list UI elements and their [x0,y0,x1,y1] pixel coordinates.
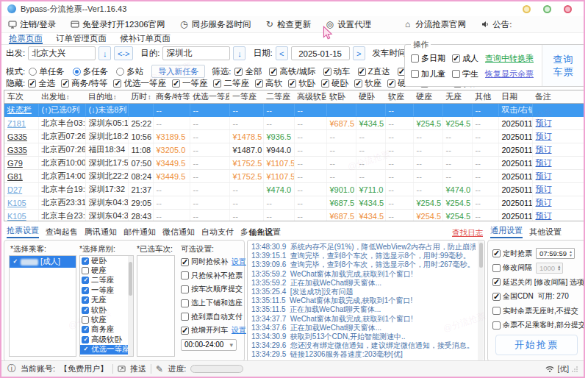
checkbox[interactable] [213,79,221,88]
checkbox[interactable] [82,307,89,314]
book-link[interactable]: 预订 [536,145,552,154]
book-link[interactable]: 预订 [536,185,552,193]
close-button[interactable] [564,5,572,13]
column-header[interactable]: 日期 [498,90,532,104]
menu-official-site[interactable]: ⌂分流抢票官网 [403,19,466,30]
seat-item[interactable]: 高级软卧 [80,335,133,344]
checkbox[interactable] [113,79,121,88]
ops-option[interactable]: 多日期 [411,53,445,64]
from-dropdown-button[interactable]: ↓ [98,46,111,60]
general-setting[interactable]: 定时抢票07:59:59▲▼ [488,246,585,261]
settings-tab-0[interactable]: 抢票设置 [7,225,39,238]
page-tab-0[interactable]: 抢票页面 [9,33,43,44]
column-header[interactable]: 目的地↕ [85,90,128,104]
checkbox[interactable] [234,68,243,76]
checkbox[interactable] [387,79,395,88]
optional-setting[interactable]: 抢到票自动支付 [181,310,243,324]
column-header[interactable]: 备注 [532,90,584,104]
date-input[interactable]: 2025-01-15 [291,46,350,60]
checkbox[interactable] [61,79,69,88]
checkbox[interactable] [321,79,329,88]
optional-setting[interactable]: 选上下铺和选座 [181,296,243,310]
radio-button[interactable] [73,68,81,76]
page-tab-1[interactable]: 订单管理页面 [56,33,107,44]
settings-tab-2[interactable]: 腾讯通知 [85,227,117,238]
checkbox[interactable] [492,264,501,272]
checkbox[interactable] [181,271,189,279]
swap-stations-button[interactable]: <-> [114,46,133,60]
book-link[interactable]: 预订 [536,158,552,167]
checkbox[interactable] [255,79,263,88]
book-link[interactable]: 预订 [536,211,552,220]
checkbox[interactable] [82,316,89,324]
book-link[interactable]: 预订 [536,132,552,140]
checkbox[interactable] [11,258,18,266]
hide-seat-filter[interactable]: 商务/特等 [61,78,107,89]
train-number-link[interactable]: K105 [7,199,26,207]
settings-tab-4[interactable]: 微信通知 [162,227,195,238]
hide-seat-filter[interactable]: 软卧 [288,78,315,89]
spinner-icon[interactable]: ▲▼ [557,265,561,271]
train-number-link[interactable]: D27 [7,185,22,194]
column-header[interactable]: 出发地↕ [38,90,85,104]
mode-option[interactable]: 单任务 [29,66,65,77]
find-log-link[interactable]: 查找日志 [452,228,483,238]
train-number-link[interactable]: K105 [7,212,26,221]
minimize-button[interactable] [523,5,531,13]
timer-input[interactable]: 07:59:59▲▼ [536,248,575,259]
train-number-link[interactable]: G79 [7,159,23,168]
seat-item[interactable]: 硬座 [80,266,133,275]
train-number-link[interactable]: G335 [7,132,27,141]
optional-setting[interactable]: 只抢候补不抢票 [181,269,243,283]
checkbox[interactable] [181,313,189,321]
menu-open-12306[interactable]: 免登录打开12306官网 [70,19,165,30]
resize-grip[interactable] [572,366,578,372]
menu-sync-time[interactable]: ◷同步服务器时间 [179,19,251,30]
hide-seat-filter[interactable]: 硬卧 [321,78,348,89]
checkbox[interactable] [181,327,189,335]
checkbox[interactable] [28,79,36,88]
column-header[interactable]: 无座 [442,90,472,104]
ops-link[interactable]: 查询中转换乘 [485,53,534,64]
seat-item[interactable]: 商务座 [80,325,133,335]
checkbox[interactable] [269,68,277,76]
seat-item[interactable]: 软座 [80,315,133,324]
start-grabbing-button[interactable]: 开始抢票 [495,335,578,355]
query-tickets-button[interactable]: 查询 车票 [542,45,584,86]
hide-seat-filter[interactable]: 一等座 [172,78,208,89]
to-dropdown-button[interactable]: ↓ [233,46,245,60]
radio-button[interactable] [29,68,37,76]
train-type-filter[interactable]: Z直达 [358,66,390,77]
general-tab-0[interactable]: 通用设置 [490,225,523,238]
mode-option[interactable]: 多任务 [73,66,109,77]
menu-set-proxy[interactable]: ◎设置代理 [325,19,371,30]
book-link[interactable]: 预订 [536,171,552,180]
optional-setting[interactable]: 抢增开列车设置 [181,324,243,338]
train-number-link[interactable]: G81 [7,172,23,181]
date-prev-button[interactable]: < [276,46,288,60]
general-tab-1[interactable]: 其他设置 [529,227,562,238]
column-header[interactable]: 车次 [4,90,38,104]
checkbox[interactable] [82,296,89,304]
general-setting[interactable]: 延迟关闭 [修改间隔] 选项 [488,275,585,290]
column-header[interactable]: 其他 [472,90,498,104]
train-row[interactable]: G335北京西07:26深圳北18:2210:56¥3189.5--¥1478.… [4,130,584,143]
ops-option[interactable]: 加儿童 [411,68,445,79]
column-header[interactable]: 硬卧 [356,90,385,104]
seat-list[interactable]: 硬卧硬座二等座一等座无座软卧软座商务座高级软卧优选一等座 [79,255,134,357]
column-header[interactable]: 优选一等座 [190,90,229,104]
optional-setting[interactable]: 按车次顺序提交 [181,282,243,296]
checkbox[interactable] [181,285,189,293]
column-header[interactable]: 软座 [385,90,413,104]
train-row[interactable]: G79北京西10:00深圳北17:5007:50¥3449.5--¥1752.5… [4,157,584,170]
train-row[interactable]: Z181北京丰台03:49深圳东05:1125:22----------¥687… [4,117,584,130]
general-setting[interactable]: 全国CDN可用: 270 [488,290,585,305]
hide-seat-filter[interactable]: 高软 [255,78,282,89]
selected-train-list[interactable] [137,255,175,357]
column-header[interactable]: 商务/特等 [153,90,190,104]
checkbox[interactable] [354,79,362,88]
interval-input[interactable]: 1000▲▼ [536,263,563,274]
checkbox[interactable] [172,79,180,88]
checkbox[interactable] [82,346,89,353]
maximize-button[interactable] [543,5,551,13]
